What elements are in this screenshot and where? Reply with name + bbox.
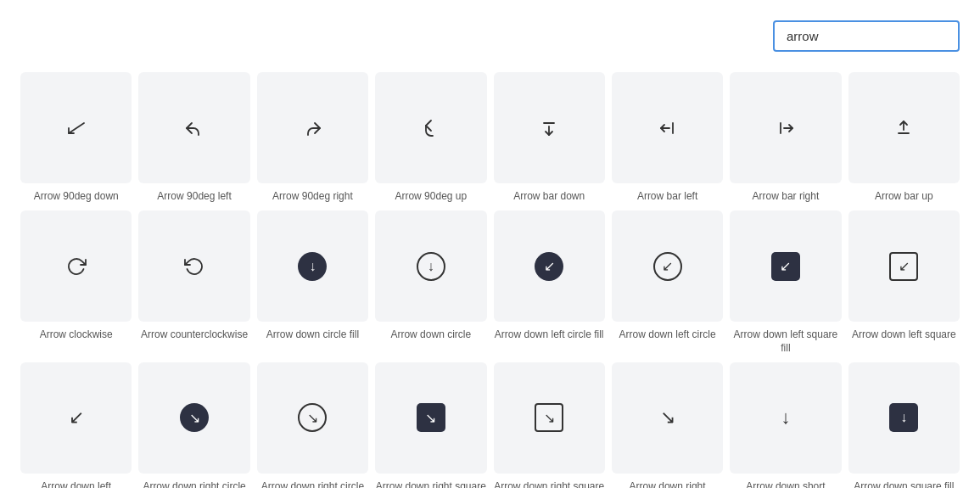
icon-cell-arrow-down-left[interactable]: ↙Arrow down left (20, 362, 132, 488)
icon-label-arrow-down-left-circle-fill: Arrow down left circle fill (495, 328, 604, 342)
icon-cell-arrow-down-left-circle-fill[interactable]: ↙Arrow down left circle fill (494, 210, 605, 356)
icon-cell-arrow-counterclockwise[interactable]: Arrow counterclockwise (138, 210, 249, 356)
icon-label-arrow-down-right: Arrow down right (630, 480, 706, 488)
icon-label-arrow-90deg-up: Arrow 90deg up (395, 190, 467, 204)
icon-label-arrow-90deg-left: Arrow 90deg left (157, 190, 231, 204)
search-input[interactable] (773, 20, 960, 52)
icon-label-arrow-down-left-square: Arrow down left square (852, 328, 956, 342)
icon-label-arrow-down-right-square-fill: Arrow down right square fill (375, 480, 486, 488)
icon-cell-arrow-down-right[interactable]: ↘Arrow down right (612, 362, 723, 488)
icon-cell-arrow-down-square-fill[interactable]: ↓Arrow down square fill (848, 362, 960, 488)
icon-label-arrow-down-circle: Arrow down circle (390, 328, 471, 342)
icon-label-arrow-bar-right: Arrow bar right (753, 190, 820, 204)
icon-cell-arrow-bar-right[interactable]: Arrow bar right (730, 72, 841, 204)
icon-cell-arrow-clockwise[interactable]: Arrow clockwise (20, 210, 132, 356)
icon-cell-arrow-down-short[interactable]: ↓Arrow down short (730, 362, 841, 488)
icon-cell-arrow-90deg-left[interactable]: Arrow 90deg left (138, 72, 249, 204)
icon-label-arrow-bar-up: Arrow bar up (875, 190, 933, 204)
icon-label-arrow-down-right-circle: Arrow down right circle (261, 480, 364, 488)
icon-label-arrow-down-left: Arrow down left (41, 480, 111, 488)
icon-cell-arrow-90deg-up[interactable]: Arrow 90deg up (375, 72, 486, 204)
icon-symbol: ↓ (781, 407, 790, 429)
icon-label-arrow-bar-down: Arrow bar down (513, 190, 585, 204)
icon-cell-arrow-down-right-square-fill[interactable]: ↘Arrow down right square fill (375, 362, 486, 488)
icon-label-arrow-down-square-fill: Arrow down square fill (854, 480, 954, 488)
icon-cell-arrow-down-right-square[interactable]: ↘Arrow down right square (494, 362, 605, 488)
icon-label-arrow-clockwise: Arrow clockwise (40, 328, 113, 342)
icon-cell-arrow-down-circle[interactable]: ↓Arrow down circle (375, 210, 486, 356)
icon-cell-arrow-down-left-circle[interactable]: ↙Arrow down left circle (612, 210, 723, 356)
icon-label-arrow-down-left-square-fill: Arrow down left square fill (730, 328, 841, 355)
icon-label-arrow-down-short: Arrow down short (746, 480, 825, 488)
icon-label-arrow-90deg-right: Arrow 90deg right (272, 190, 353, 204)
icon-label-arrow-down-right-square: Arrow down right square (494, 480, 604, 488)
icon-symbol: ↘ (660, 407, 675, 429)
icon-label-arrow-counterclockwise: Arrow counterclockwise (141, 328, 248, 342)
icon-label-arrow-bar-left: Arrow bar left (637, 190, 697, 204)
icon-label-arrow-down-circle-fill: Arrow down circle fill (266, 328, 359, 342)
icon-symbol: ↙ (69, 407, 84, 429)
icon-cell-arrow-90deg-down[interactable]: Arrow 90deg down (20, 72, 132, 204)
icon-label-arrow-down-left-circle: Arrow down left circle (619, 328, 716, 342)
icon-cell-arrow-down-left-square[interactable]: ↙Arrow down left square (848, 210, 960, 356)
icon-cell-arrow-down-left-square-fill[interactable]: ↙Arrow down left square fill (730, 210, 841, 356)
icon-cell-arrow-bar-left[interactable]: Arrow bar left (612, 72, 723, 204)
icon-cell-arrow-90deg-right[interactable]: Arrow 90deg right (257, 72, 368, 204)
icon-cell-arrow-down-circle-fill[interactable]: ↓Arrow down circle fill (257, 210, 368, 356)
icon-cell-arrow-down-right-circle-fill[interactable]: ↘Arrow down right circle fill (138, 362, 249, 488)
icon-label-arrow-down-right-circle-fill: Arrow down right circle fill (138, 480, 249, 488)
icon-cell-arrow-down-right-circle[interactable]: ↘Arrow down right circle (257, 362, 368, 488)
icon-grid: Arrow 90deg downArrow 90deg leftArrow 90… (20, 72, 960, 488)
icon-cell-arrow-bar-up[interactable]: Arrow bar up (848, 72, 960, 204)
icon-label-arrow-90deg-down: Arrow 90deg down (34, 190, 119, 204)
icon-cell-arrow-bar-down[interactable]: Arrow bar down (494, 72, 605, 204)
